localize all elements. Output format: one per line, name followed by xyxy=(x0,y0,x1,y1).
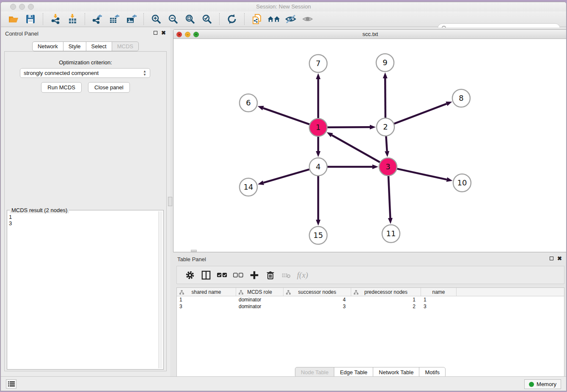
graph-node-label: 8 xyxy=(459,94,463,102)
duplicate-network-icon xyxy=(251,14,263,25)
attribute-icon xyxy=(239,290,243,295)
memory-label: Memory xyxy=(537,381,556,387)
column-header-mcds-role[interactable]: MCDS role xyxy=(236,288,284,296)
import-table-button[interactable] xyxy=(66,13,79,25)
mcds-result-text[interactable]: 1 3 xyxy=(9,214,157,367)
table-row[interactable]: 3 dominator 3 2 3 xyxy=(177,303,564,310)
tab-style[interactable]: Style xyxy=(63,41,86,51)
cell-shared-name[interactable]: 3 xyxy=(177,303,236,310)
edge-1-2[interactable] xyxy=(328,127,370,127)
export-table-button[interactable] xyxy=(108,13,121,25)
delete-column-button[interactable] xyxy=(265,270,276,281)
cell-name[interactable]: 3 xyxy=(421,303,457,310)
network-overview-button[interactable] xyxy=(267,13,280,25)
edge-arrow-icon xyxy=(370,125,376,130)
import-network-button[interactable] xyxy=(49,13,62,25)
edge-2-9[interactable] xyxy=(385,78,385,118)
cell-shared-name[interactable]: 1 xyxy=(177,296,236,303)
column-header-shared-name[interactable]: shared name xyxy=(177,288,236,296)
unselect-all-columns-button[interactable] xyxy=(233,270,244,281)
edge-arrow-icon xyxy=(258,106,264,110)
close-panel-button[interactable]: Close panel xyxy=(88,82,130,93)
column-header-predecessor-nodes[interactable]: predecessor nodes xyxy=(351,288,421,296)
eye-icon xyxy=(302,14,314,25)
select-all-columns-button[interactable] xyxy=(217,270,228,281)
table-view-mode-button[interactable] xyxy=(201,270,212,281)
vertical-splitter-handle[interactable] xyxy=(168,197,172,206)
tab-select[interactable]: Select xyxy=(86,41,112,51)
float-panel-icon[interactable] xyxy=(154,31,157,35)
memory-button[interactable]: Memory xyxy=(524,379,561,389)
zoom-fit-button[interactable] xyxy=(184,13,196,25)
homes-icon xyxy=(267,14,280,25)
toolbar-separator xyxy=(85,13,85,25)
attribute-icon xyxy=(354,290,358,295)
column-header-successor-nodes[interactable]: successor nodes xyxy=(284,288,351,296)
tab-mcds[interactable]: MCDS xyxy=(112,41,139,51)
control-panel: Control Panel ✖ Network Style Select MCD… xyxy=(1,28,170,376)
edge-3-11[interactable] xyxy=(388,176,390,218)
save-icon xyxy=(25,14,36,25)
cell-mcds-role[interactable]: dominator xyxy=(236,303,284,310)
open-folder-icon xyxy=(8,14,19,25)
duplicate-network-button[interactable] xyxy=(250,13,263,25)
zoom-in-button[interactable] xyxy=(150,13,162,25)
hide-graphics-button[interactable] xyxy=(284,13,297,25)
network-graph[interactable]: 7968124314101511 xyxy=(173,39,567,252)
close-panel-icon[interactable]: ✖ xyxy=(161,30,166,35)
criterion-select[interactable]: strongly connected component ▲▼ xyxy=(20,68,150,78)
tab-network[interactable]: Network xyxy=(32,41,63,51)
network-window-titlebar[interactable]: ✕ − + scc.txt xyxy=(173,30,567,39)
cell-predecessor-nodes[interactable]: 1 xyxy=(351,296,421,303)
main-titlebar: Session: New Session xyxy=(1,2,566,11)
mcds-result-title: MCDS result (2 nodes) xyxy=(10,207,69,213)
horizontal-splitter-handle[interactable] xyxy=(191,250,197,252)
zoom-out-button[interactable] xyxy=(167,13,179,25)
graph-node-label: 6 xyxy=(246,98,250,107)
import-network-icon xyxy=(50,14,61,25)
optimization-criterion-label: Optimization criterion: xyxy=(1,59,170,66)
edge-2-3[interactable] xyxy=(386,136,387,151)
table-header-row: shared name MCDS role successor nodes pr… xyxy=(177,288,564,296)
delete-table-button-disabled xyxy=(281,270,292,281)
table-row[interactable]: 1 dominator 4 1 1 xyxy=(177,296,564,303)
select-stepper-icon: ▲▼ xyxy=(143,70,147,77)
float-table-panel-icon[interactable] xyxy=(550,257,553,260)
edge-arrow-icon xyxy=(383,72,388,78)
cell-mcds-role[interactable]: dominator xyxy=(236,296,284,303)
close-table-panel-icon[interactable]: ✖ xyxy=(557,256,562,261)
graph-node-label: 9 xyxy=(383,58,387,67)
cell-successor-nodes[interactable]: 4 xyxy=(284,296,351,303)
edge-3-10[interactable] xyxy=(397,169,446,179)
edge-1-6[interactable] xyxy=(263,108,309,124)
graph-node-label: 7 xyxy=(316,59,320,68)
task-history-button[interactable] xyxy=(6,379,17,389)
attribute-icon xyxy=(286,290,291,295)
cell-successor-nodes[interactable]: 3 xyxy=(284,303,351,310)
cell-predecessor-nodes[interactable]: 2 xyxy=(351,303,421,310)
edge-3-1[interactable] xyxy=(332,135,380,162)
save-session-button[interactable] xyxy=(24,13,37,25)
run-mcds-button[interactable]: Run MCDS xyxy=(41,82,82,93)
show-graphics-button[interactable] xyxy=(301,13,314,25)
edge-arrow-icon xyxy=(316,151,321,157)
open-session-button[interactable] xyxy=(7,13,20,25)
result-scrollbar[interactable] xyxy=(158,211,162,368)
cell-name[interactable]: 1 xyxy=(421,296,457,303)
main-toolbar xyxy=(1,11,566,27)
refresh-icon xyxy=(226,13,238,25)
export-network-button[interactable] xyxy=(91,13,104,25)
edge-arrow-icon xyxy=(316,220,321,226)
edge-2-8[interactable] xyxy=(394,104,447,124)
apply-layout-button[interactable] xyxy=(226,13,238,25)
create-column-button[interactable] xyxy=(249,270,260,281)
toolbar-separator xyxy=(219,13,220,25)
column-header-name[interactable]: name xyxy=(421,288,457,296)
zoom-selected-button[interactable] xyxy=(201,13,213,25)
edge-4-14[interactable] xyxy=(264,169,309,183)
checked-boxes-icon xyxy=(217,270,228,280)
graph-node-label: 10 xyxy=(457,178,467,187)
table-settings-button[interactable] xyxy=(184,270,195,281)
export-image-button[interactable] xyxy=(125,13,138,25)
toolbar-separator xyxy=(43,13,43,25)
